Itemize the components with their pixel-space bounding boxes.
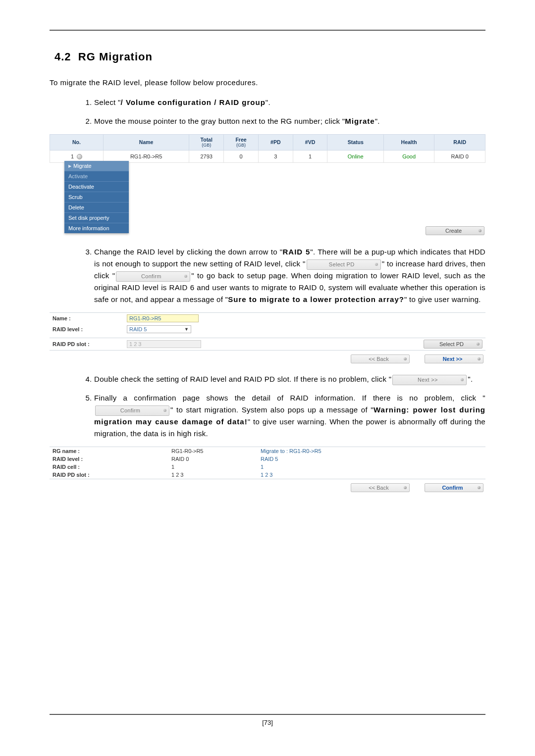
step-1: Select "/ Volume configuration / RAID gr…: [94, 97, 485, 108]
confirm-button[interactable]: Confirm: [425, 483, 483, 492]
confirm-screenshot: RG name : RG1-R0->R5 Migrate to : RG1-R0…: [50, 447, 485, 493]
th-status[interactable]: Status: [327, 135, 383, 151]
conf-raidlevel-cur: RAID 0: [171, 456, 261, 462]
back-button[interactable]: << Back: [351, 354, 410, 363]
menu-more-information[interactable]: More information: [64, 223, 129, 233]
inline-select-pd-button[interactable]: Select PD: [307, 259, 381, 270]
conf-raidlevel-label: RAID level :: [53, 456, 171, 462]
menu-scrub[interactable]: Scrub: [64, 192, 129, 202]
th-pd[interactable]: #PD: [258, 135, 293, 151]
menu-set-disk-property[interactable]: Set disk property: [64, 212, 129, 223]
th-raid[interactable]: RAID: [434, 135, 485, 151]
th-free[interactable]: Free(GB): [224, 135, 259, 151]
section-heading: 4.2 RG Migration: [54, 50, 485, 63]
raid-level-select[interactable]: RAID 5▼: [127, 325, 191, 333]
raid-table-screenshot: No. Name Total(GB) Free(GB) #PD #VD Stat…: [50, 134, 485, 237]
th-no[interactable]: No.: [50, 135, 104, 151]
menu-delete[interactable]: Delete: [64, 202, 129, 212]
th-name[interactable]: Name: [103, 135, 189, 151]
cell-pd: 3: [258, 151, 293, 163]
th-total[interactable]: Total(GB): [189, 135, 224, 151]
migrate-form-screenshot: Name : RG1-R0->R5 RAID level : RAID 5▼ R…: [50, 312, 485, 364]
cell-no: 1: [71, 153, 74, 159]
select-pd-button[interactable]: Select PD: [424, 340, 482, 349]
raid-level-label: RAID level :: [53, 326, 127, 332]
th-vd[interactable]: #VD: [293, 135, 327, 151]
context-menu: Migrate Activate Deactivate Scrub Delete…: [64, 161, 129, 233]
page-number: [73]: [50, 714, 485, 726]
raid-table: No. Name Total(GB) Free(GB) #PD #VD Stat…: [50, 134, 485, 163]
cell-status: Online: [327, 151, 383, 163]
conf-rgname-new: Migrate to : RG1-R0->R5: [261, 448, 321, 454]
inline-confirm-button[interactable]: Confirm: [116, 271, 190, 282]
cell-free: 0: [224, 151, 259, 163]
back-button[interactable]: << Back: [351, 483, 410, 492]
step-2: Move the mouse pointer to the gray butto…: [94, 115, 485, 127]
step-4: Double check the setting of RAID level a…: [94, 373, 485, 385]
conf-raidcell-new: 1: [261, 464, 264, 470]
conf-raidcell-cur: 1: [171, 464, 261, 470]
cell-health: Good: [383, 151, 434, 163]
name-label: Name :: [53, 315, 127, 321]
inline-next-button[interactable]: Next >>: [392, 375, 467, 386]
chevron-down-icon: ▼: [184, 327, 189, 332]
conf-pdslot-new: 1 2 3: [261, 472, 272, 478]
conf-pdslot-label: RAID PD slot :: [53, 472, 171, 478]
conf-raidlevel-new: RAID 5: [261, 456, 278, 462]
next-button[interactable]: Next >>: [425, 354, 483, 363]
step-3: Change the RAID level by clicking the do…: [94, 246, 485, 305]
cell-vd: 1: [293, 151, 327, 163]
cell-total: 2793: [189, 151, 224, 163]
conf-rgname-cur: RG1-R0->R5: [171, 448, 261, 454]
menu-deactivate[interactable]: Deactivate: [64, 181, 129, 192]
inline-confirm-button[interactable]: Confirm: [95, 405, 169, 416]
conf-raidcell-label: RAID cell :: [53, 464, 171, 470]
intro-text: To migrate the RAID level, please follow…: [50, 78, 485, 87]
pd-slot-field: 1 2 3: [127, 340, 201, 348]
cell-raid: RAID 0: [434, 151, 485, 163]
name-field[interactable]: RG1-R0->R5: [127, 314, 199, 322]
menu-activate: Activate: [64, 171, 129, 181]
pd-slot-label: RAID PD slot :: [53, 341, 127, 347]
th-health[interactable]: Health: [383, 135, 434, 151]
create-button[interactable]: Create: [426, 226, 484, 235]
menu-migrate[interactable]: Migrate: [64, 161, 129, 171]
step-5: Finally a confirmation page shows the de…: [94, 392, 485, 440]
conf-rgname-label: RG name :: [53, 448, 171, 454]
conf-pdslot-cur: 1 2 3: [171, 472, 261, 478]
row-action-dot-icon[interactable]: [77, 154, 82, 159]
